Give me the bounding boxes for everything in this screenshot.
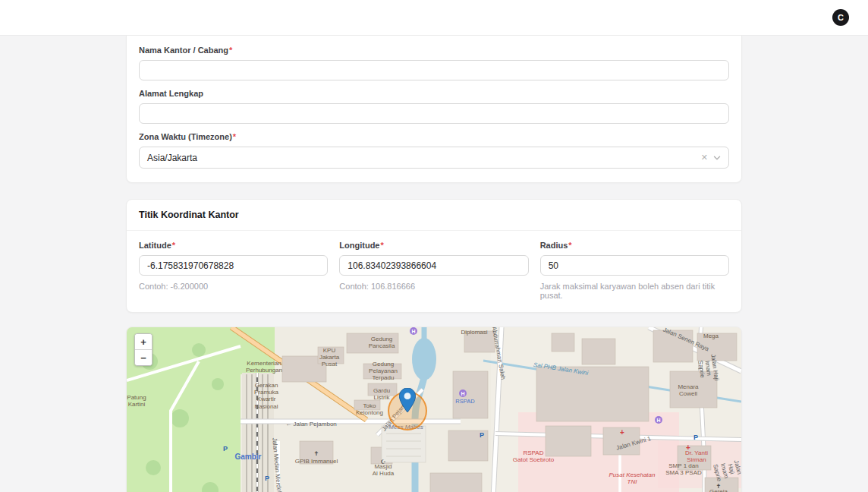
redcross-icon: + [686, 443, 690, 452]
parking-icon: P [223, 445, 228, 453]
map-label: Menara Cowell [678, 383, 698, 397]
map-label: KPU Jakarta Pusat [319, 347, 339, 368]
required-asterisk: * [568, 241, 571, 250]
label-text: Nama Kantor / Cabang [139, 46, 228, 55]
main-content: Nama Kantor / Cabang* Alamat Lengkap Zon… [126, 36, 742, 492]
map-label: Gerakan Pramuka Kwartir Nasional [254, 382, 278, 410]
coordinates-fields: Latitude* Contoh: -6.200000 Longitude* C… [127, 231, 741, 312]
field-timezone: Zona Waktu (Timezone)* Asia/Jakarta ✕ [139, 132, 729, 169]
map-label: Gardu Listrik [373, 387, 390, 401]
label-text: Longitude [339, 241, 379, 250]
timezone-label: Zona Waktu (Timezone)* [139, 132, 729, 141]
longitude-hint: Contoh: 106.816666 [339, 282, 528, 291]
church-icon: ✝ [314, 450, 319, 457]
longitude-input[interactable] [339, 255, 528, 276]
label-text: Latitude [139, 241, 171, 250]
office-form-card: Nama Kantor / Cabang* Alamat Lengkap Zon… [126, 36, 742, 183]
map-label: Sal PHB Jalan Kwini [533, 361, 588, 377]
field-office-name: Nama Kantor / Cabang* [139, 46, 729, 80]
map-label: Dr. Yanti Sirman [685, 449, 708, 463]
map-label: Mega [703, 333, 719, 339]
latitude-label: Latitude* [139, 241, 328, 250]
latitude-hint: Contoh: -6.200000 [139, 282, 328, 291]
label-text: Radius [540, 241, 568, 250]
map-label: RSPAD Gatot Soebroto [513, 449, 554, 463]
radius-input[interactable] [540, 255, 729, 276]
address-input[interactable] [139, 103, 729, 124]
required-asterisk: * [229, 46, 232, 55]
map-label: GPIB Immanuel [295, 458, 338, 465]
timezone-select[interactable]: Asia/Jakarta ✕ [139, 147, 729, 169]
latitude-input[interactable] [139, 255, 328, 276]
field-address: Alamat Lengkap [139, 89, 729, 124]
field-radius: Radius* Jarak maksimal karyawan boleh ab… [540, 241, 729, 300]
map-label: Diplomasi [461, 329, 487, 336]
radius-hint: Jarak maksimal karyawan boleh absen dari… [540, 282, 729, 300]
map-label: Kementerian Perhubungan [246, 360, 282, 374]
map-label: Gereja GSJA [709, 488, 728, 492]
parking-icon: P [480, 431, 484, 439]
coordinates-card: Titik Koordinat Kantor Latitude* Contoh:… [126, 199, 742, 313]
map-zoom-control: + − [134, 333, 153, 366]
map-label: Jalan Haji Imam Saprie [695, 350, 720, 386]
mosque-icon: ☪ [380, 459, 385, 465]
required-asterisk: * [172, 241, 175, 250]
map-label: Patung Kartini [127, 394, 146, 408]
office-name-label: Nama Kantor / Cabang* [139, 46, 729, 55]
address-label: Alamat Lengkap [139, 89, 729, 98]
hospital-h-icon: H [655, 416, 662, 424]
user-avatar[interactable]: C [832, 9, 849, 26]
map-label: SMP 1 dan SMA 3 PSAD [665, 462, 702, 476]
map-label: Masjid Al Huda [373, 463, 394, 477]
map-label: RSPAD [455, 399, 474, 405]
map-card: ← Jalan PejambonJalan Pejambon IAbdurrah… [126, 326, 742, 492]
parking-icon: P [265, 475, 269, 482]
office-name-input[interactable] [139, 60, 729, 80]
church-icon: ✝ [716, 483, 722, 490]
label-text: Alamat Lengkap [139, 89, 203, 98]
longitude-label: Longitude* [339, 241, 528, 250]
label-text: Zona Waktu (Timezone) [139, 132, 232, 141]
clear-icon[interactable]: ✕ [701, 153, 708, 162]
map-labels-layer: ← Jalan PejambonJalan Pejambon IAbdurrah… [127, 327, 741, 492]
map[interactable]: ← Jalan PejambonJalan Pejambon IAbdurrah… [127, 327, 741, 492]
field-latitude: Latitude* Contoh: -6.200000 [139, 241, 328, 300]
field-longitude: Longitude* Contoh: 106.816666 [339, 241, 528, 300]
map-label: Jalan Medan Merdeka Timur [271, 437, 285, 492]
top-header: C [0, 0, 868, 36]
map-label: Pusat Kesehatan TNI [609, 472, 656, 485]
hospital-h-icon: H [459, 390, 467, 397]
map-label: Jalan Senen Raya [662, 327, 709, 352]
coordinates-card-title: Titik Koordinat Kantor [127, 200, 741, 231]
map-label: ← Jalan Pejambon [285, 421, 337, 427]
timezone-selected-value: Asia/Jakarta [147, 153, 197, 163]
redcross-icon: + [620, 428, 624, 437]
map-marker-pin[interactable] [399, 388, 416, 415]
radius-label: Radius* [540, 241, 729, 250]
required-asterisk: * [233, 132, 236, 141]
map-label: Jalan Kwini 1 [615, 435, 652, 452]
map-label: Toko Kelontong [356, 402, 383, 416]
select-icons: ✕ [701, 153, 721, 162]
required-asterisk: * [380, 241, 383, 250]
chevron-down-icon[interactable] [713, 154, 721, 162]
map-label: Gedung Pancasila [369, 336, 395, 349]
hospital-h-icon: H [410, 327, 417, 335]
map-label: Jalan Haji Imam Saprie [712, 458, 741, 482]
parking-icon: P [693, 434, 698, 441]
map-label: Abdurrahman Saleh [490, 327, 506, 380]
zoom-out-button[interactable]: − [135, 350, 152, 365]
map-label: Gambir [234, 453, 261, 462]
zoom-in-button[interactable]: + [135, 334, 152, 350]
map-label: Gedung Pelayanan Terpadu [369, 361, 398, 382]
